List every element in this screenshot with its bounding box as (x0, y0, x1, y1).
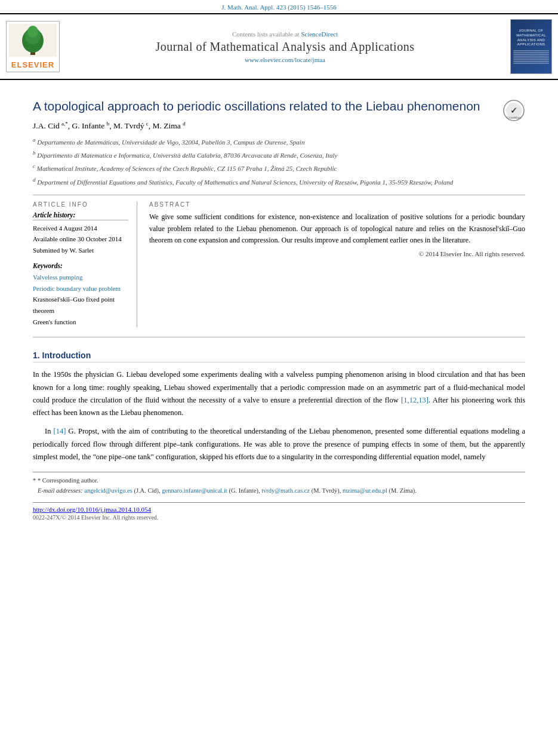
journal-url: www.elsevier.com/locate/jmaa (67, 56, 503, 63)
keywords-label: Keywords: (33, 262, 128, 269)
elsevier-label: ELSEVIER (9, 60, 57, 69)
paper-title-container: ✓ CrossMark A topological approach to pe… (33, 98, 525, 114)
keyword-2[interactable]: Periodic boundary value problem (33, 283, 128, 294)
keywords-section: Keywords: Valveless pumping Periodic bou… (33, 262, 128, 327)
journal-title-center: Contents lists available at ScienceDirec… (67, 30, 503, 63)
svg-text:✓: ✓ (510, 106, 517, 115)
divider-1 (33, 195, 525, 195)
intro-paragraph-2: In [14] G. Propst, with the aim of contr… (33, 425, 525, 463)
intro-heading: 1. Introduction (33, 351, 525, 362)
abstract-column: ABSTRACT We give some sufficient conditi… (149, 201, 525, 328)
ref-14[interactable]: [14] (54, 427, 66, 435)
doi-link-text: http://dx.doi.org/10.1016/j.jmaa.2014.10… (33, 506, 525, 513)
doi-section: http://dx.doi.org/10.1016/j.jmaa.2014.10… (33, 502, 525, 521)
article-history: Article history: Received 4 August 2014 … (33, 211, 128, 256)
affiliation-b: b Dipartimento di Matematica e Informati… (33, 149, 525, 161)
affiliations: a Departamento de Matemáticas, Universid… (33, 136, 525, 188)
doi-copyright: 0022-247X/© 2014 Elsevier Inc. All right… (33, 514, 525, 521)
journal-cover: Journal ofMathematicalAnalysis andApplic… (510, 19, 552, 74)
citation-text: J. Math. Anal. Appl. 423 (2015) 1546–155… (221, 4, 337, 11)
available-text: Available online 30 October 2014 (33, 233, 128, 245)
history-label: Article history: (33, 211, 128, 220)
two-column-section: ARTICLE INFO Article history: Received 4… (33, 201, 525, 328)
cover-title: Journal ofMathematicalAnalysis andApplic… (516, 29, 546, 47)
elsevier-logo: ELSEVIER (6, 21, 60, 72)
email-tvrdy[interactable]: tvrdy@math.cas.cz (261, 487, 310, 494)
footnotes: * * Corresponding author. E-mail address… (33, 472, 525, 496)
affiliation-c: c Mathematical Institute, Academy of Sci… (33, 162, 525, 174)
ref-1-12-13[interactable]: [1,12,13] (401, 396, 428, 404)
keyword-3[interactable]: Krasnosel'skiĭ–Guo fixed point theorem (33, 294, 128, 316)
doi-anchor[interactable]: http://dx.doi.org/10.1016/j.jmaa.2014.10… (33, 506, 151, 513)
keyword-4[interactable]: Green's function (33, 316, 128, 328)
authors-line: J.A. Cid a,*, G. Infante b, M. Tvrdý c, … (33, 120, 525, 131)
svg-point-4 (27, 26, 38, 38)
affiliation-a: a Departamento de Matemáticas, Universid… (33, 136, 525, 147)
crossmark-icon: ✓ CrossMark (502, 99, 525, 122)
submitted-text: Submitted by W. Sarlet (33, 245, 128, 256)
journal-main-title: Journal of Mathematical Analysis and App… (67, 40, 503, 54)
email-footnote: E-mail addresses: angelcid@uvigo.es (J.A… (33, 486, 525, 496)
content-area: ✓ CrossMark A topological approach to pe… (0, 80, 558, 521)
journal-banner: ELSEVIER Contents lists available at Sci… (0, 13, 558, 80)
author-tvrdy: M. Tvrdý c (113, 121, 149, 130)
svg-text:CrossMark: CrossMark (507, 116, 522, 119)
author-infante: G. Infante b (72, 121, 110, 130)
abstract-label: ABSTRACT (149, 201, 525, 208)
article-info-column: ARTICLE INFO Article history: Received 4… (33, 201, 137, 328)
corresponding-note: * * Corresponding author. (33, 476, 525, 486)
journal-citation: J. Math. Anal. Appl. 423 (2015) 1546–155… (0, 0, 558, 13)
divider-2 (33, 337, 525, 337)
email-cid[interactable]: angelcid@uvigo.es (84, 487, 132, 494)
intro-paragraph-1: In the 1950s the physician G. Liebau dev… (33, 368, 525, 419)
article-info-label: ARTICLE INFO (33, 201, 128, 208)
elsevier-tree-icon (9, 24, 57, 57)
received-text: Received 4 August 2014 (33, 223, 128, 234)
keyword-1[interactable]: Valveless pumping (33, 272, 128, 283)
abstract-text: We give some sufficient conditions for e… (149, 211, 525, 247)
sciencedirect-link[interactable]: ScienceDirect (301, 30, 338, 38)
email-infante[interactable]: gennaro.infante@unical.it (162, 487, 227, 494)
abstract-copyright: © 2014 Elsevier Inc. All rights reserved… (149, 250, 525, 257)
introduction-section: 1. Introduction In the 1950s the physici… (33, 351, 525, 463)
author-zima: M. Zima d (153, 121, 186, 130)
author-cid: J.A. Cid a,* (33, 121, 68, 130)
sciencedirect-text: Contents lists available at ScienceDirec… (67, 30, 503, 38)
paper-title: A topological approach to periodic oscil… (33, 98, 525, 114)
email-zima[interactable]: mzima@ur.edu.pl (343, 487, 387, 494)
affiliation-d: d Department of Differential Equations a… (33, 176, 525, 188)
